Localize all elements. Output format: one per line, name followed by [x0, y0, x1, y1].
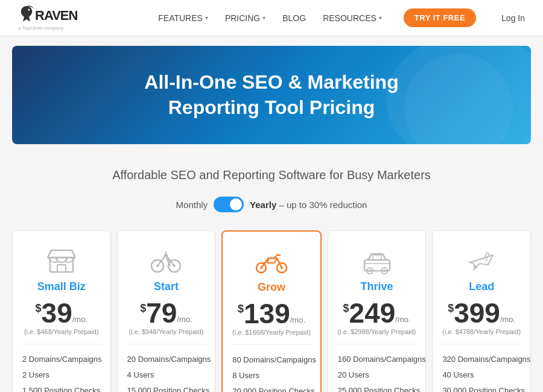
feature-item: 30,000 Position Checks [442, 383, 521, 392]
svg-point-0 [28, 9, 30, 11]
plan-name: Lead [469, 280, 494, 293]
feature-item: 4 Users [127, 367, 206, 383]
navigation: RAVEN a TopClicks company FEATURES ▾ PRI… [0, 0, 543, 36]
price-amount: 249 [349, 299, 396, 327]
price-amount: 139 [244, 300, 290, 327]
price-amount: 399 [454, 299, 500, 327]
car-icon [359, 245, 395, 276]
plan-features: 80 Domains/Campaigns8 Users20,000 Positi… [230, 344, 313, 392]
yearly-label: Yearly – up to 30% reduction [250, 200, 367, 210]
airplane-icon [463, 245, 500, 276]
plan-features: 2 Domains/Campaigns2 Users1,500 Position… [20, 344, 103, 392]
feature-item: 15,000 Position Checks [127, 383, 206, 392]
store-icon [43, 245, 80, 276]
subtitle-text: Affordable SEO and Reporting Software fo… [12, 168, 531, 182]
plan-price: $ 249 /mo. [343, 299, 411, 327]
price-dollar-sign: $ [238, 303, 244, 314]
monthly-label: Monthly [176, 200, 208, 210]
raven-icon [18, 5, 35, 27]
nav-features[interactable]: FEATURES ▾ [158, 13, 208, 23]
yearly-note: (i.e. $468/Yearly Prepaid) [24, 328, 99, 335]
plan-features: 160 Domains/Campaigns20 Users25,000 Posi… [335, 344, 419, 392]
feature-item: 40 Users [442, 367, 521, 383]
billing-toggle-section: Monthly Yearly – up to 30% reduction [0, 188, 543, 224]
logo[interactable]: RAVEN a TopClicks company [18, 5, 77, 31]
nav-links: FEATURES ▾ PRICING ▾ BLOG RESOURCES ▾ TR… [158, 8, 525, 27]
feature-item: 20,000 Position Checks [232, 384, 311, 392]
chevron-down-icon: ▾ [379, 14, 382, 21]
pricing-card-small-biz: Small Biz $ 39 /mo. (i.e. $468/Yearly Pr… [12, 230, 111, 392]
hero-title: All-In-One SEO & Marketing Reporting Too… [24, 70, 519, 120]
feature-item: 20 Users [338, 367, 416, 383]
price-dollar-sign: $ [343, 303, 349, 314]
plan-features: 20 Domains/Campaigns4 Users15,000 Positi… [125, 344, 208, 392]
price-period: /mo. [177, 315, 192, 323]
feature-item: 20 Domains/Campaigns [127, 352, 206, 367]
price-amount: 79 [146, 299, 177, 327]
price-dollar-sign: $ [36, 303, 42, 314]
nav-pricing[interactable]: PRICING ▾ [225, 13, 265, 23]
feature-item: 2 Users [22, 367, 101, 383]
motorcycle-icon [253, 246, 290, 276]
chevron-down-icon: ▾ [205, 14, 208, 21]
plan-price: $ 139 /mo. [238, 300, 305, 327]
svg-rect-11 [364, 260, 390, 271]
plan-name: Small Biz [37, 280, 86, 293]
plan-features: 320 Domains/Campaigns40 Users30,000 Posi… [440, 344, 523, 392]
pricing-card-thrive: Thrive $ 249 /mo. (i.e. $2988/Yearly Pre… [328, 230, 427, 392]
feature-item: 8 Users [232, 368, 311, 384]
yearly-note: (i.e. $4788/Yearly Prepaid) [442, 328, 521, 335]
billing-toggle[interactable] [214, 197, 244, 212]
yearly-note: (i.e. $948/Yearly Prepaid) [129, 328, 204, 335]
nav-resources[interactable]: RESOURCES ▾ [323, 13, 382, 23]
subtitle-section: Affordable SEO and Reporting Software fo… [0, 154, 543, 188]
feature-item: 160 Domains/Campaigns [338, 352, 416, 367]
svg-point-16 [383, 270, 386, 272]
nav-login-link[interactable]: Log In [501, 13, 525, 23]
feature-item: 80 Domains/Campaigns [232, 352, 311, 368]
plan-name: Start [154, 280, 179, 293]
chevron-down-icon: ▾ [262, 14, 265, 21]
hero-banner: All-In-One SEO & Marketing Reporting Too… [12, 46, 531, 144]
price-amount: 39 [42, 299, 72, 327]
nav-blog[interactable]: BLOG [282, 13, 306, 23]
feature-item: 320 Domains/Campaigns [442, 352, 521, 367]
feature-item: 1,500 Position Checks [22, 383, 101, 392]
price-dollar-sign: $ [448, 303, 454, 314]
plan-price: $ 399 /mo. [448, 299, 515, 327]
svg-point-6 [173, 265, 176, 267]
plan-price: $ 39 /mo. [36, 299, 87, 327]
plan-price: $ 79 /mo. [140, 299, 192, 327]
pricing-card-grow: Grow $ 139 /mo. (i.e. $1668/Yearly Prepa… [221, 230, 322, 392]
logo-text: RAVEN [35, 8, 77, 24]
svg-point-5 [156, 265, 159, 267]
pricing-cards: Small Biz $ 39 /mo. (i.e. $468/Yearly Pr… [0, 224, 543, 392]
price-period: /mo. [395, 315, 410, 323]
bicycle-icon [148, 245, 184, 276]
price-period: /mo. [500, 315, 515, 323]
plan-name: Grow [258, 281, 285, 294]
svg-point-15 [369, 270, 371, 272]
logo-sub: a TopClicks company [18, 25, 63, 31]
yearly-note: (i.e. $1668/Yearly Prepaid) [232, 329, 311, 336]
pricing-card-lead: Lead $ 399 /mo. (i.e. $4788/Yearly Prepa… [432, 230, 531, 392]
price-period: /mo. [290, 316, 305, 324]
svg-rect-2 [57, 265, 66, 272]
price-period: /mo. [72, 315, 87, 323]
plan-name: Thrive [361, 280, 393, 293]
pricing-card-start: Start $ 79 /mo. (i.e. $948/Yearly Prepai… [117, 230, 216, 392]
nav-try-free-button[interactable]: TRY IT FREE [404, 8, 476, 27]
price-dollar-sign: $ [140, 303, 146, 314]
feature-item: 25,000 Position Checks [338, 383, 416, 392]
svg-point-10 [281, 267, 283, 269]
svg-point-9 [260, 267, 262, 269]
yearly-note: (i.e. $2988/Yearly Prepaid) [338, 328, 416, 335]
feature-item: 2 Domains/Campaigns [22, 352, 101, 367]
